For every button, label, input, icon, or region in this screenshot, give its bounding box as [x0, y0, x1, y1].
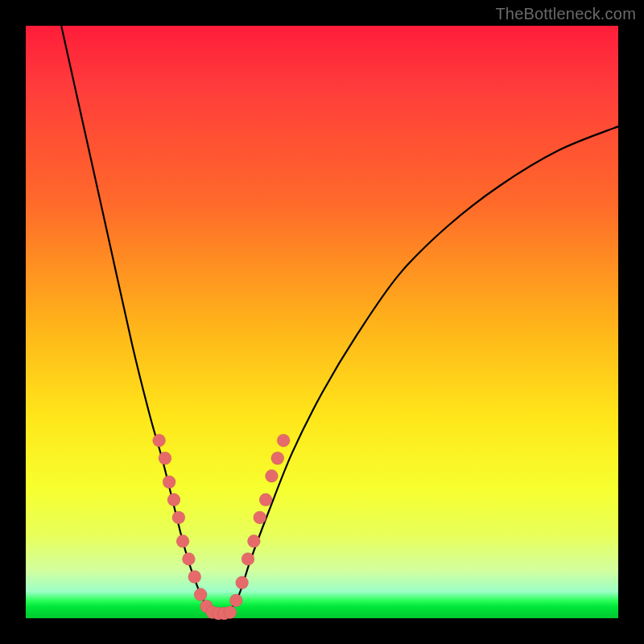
scatter-dot: [271, 452, 284, 464]
scatter-dot: [167, 493, 180, 506]
curve-svg: [26, 26, 618, 618]
scatter-dot: [247, 535, 260, 547]
scatter-dot: [224, 606, 237, 619]
scatter-dot: [259, 493, 272, 506]
scatter-dot: [265, 469, 278, 482]
scatter-dot: [172, 511, 185, 524]
scatter-dot: [236, 576, 249, 589]
watermark-text: TheBottleneck.com: [495, 5, 636, 23]
scatter-dot: [229, 594, 242, 607]
scatter-dot: [242, 552, 254, 565]
curve-right-branch: [227, 126, 618, 615]
chart-frame: TheBottleneck.com: [0, 0, 644, 644]
curve-left-branch: [61, 26, 215, 615]
scatter-dot: [159, 452, 171, 464]
scatter-dot: [188, 570, 201, 583]
scatter-dot: [182, 552, 195, 565]
plot-area: [26, 26, 618, 618]
scatter-dot: [153, 434, 166, 447]
bottleneck-curve: [61, 26, 618, 615]
scatter-dot: [163, 476, 175, 489]
scatter-dots: [153, 434, 291, 620]
scatter-dot: [254, 511, 266, 524]
scatter-dot: [176, 535, 189, 547]
scatter-dot: [194, 588, 207, 601]
scatter-dot: [277, 434, 290, 447]
